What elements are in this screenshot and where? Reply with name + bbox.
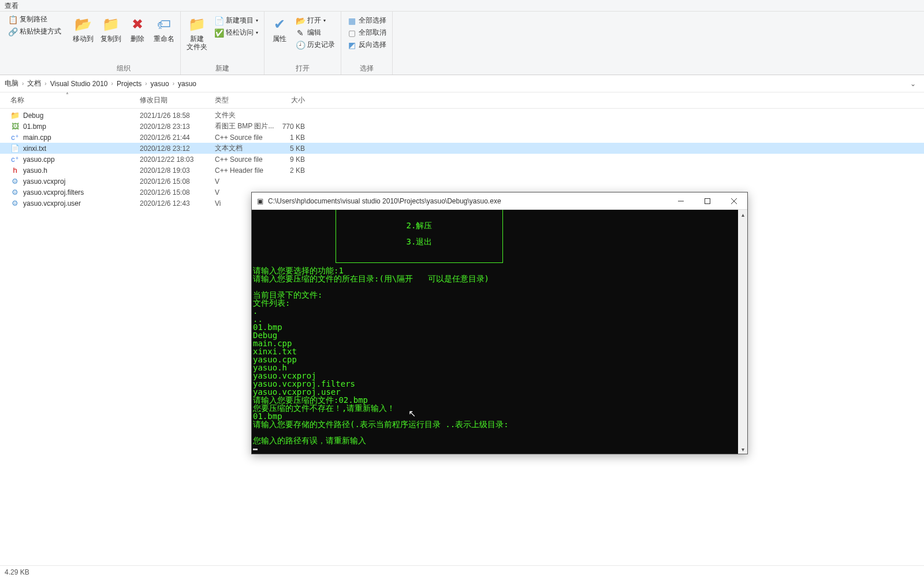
scroll-up-icon[interactable]: ▴ xyxy=(738,210,747,219)
file-date: 2020/12/8 19:03 xyxy=(140,166,215,175)
breadcrumb-item[interactable]: yasuo xyxy=(151,80,169,88)
paste-shortcut-button[interactable]: 🔗 粘贴快捷方式 xyxy=(6,26,64,37)
breadcrumb-item[interactable]: Visual Studio 2010 xyxy=(50,80,108,88)
breadcrumb-item[interactable]: yasuo xyxy=(178,80,196,88)
properties-icon: ✔ xyxy=(270,15,289,34)
console-content: 2.解压 3.退出 请输入您要选择的功能:1 请输入您要压缩的文件的所在目录:(… xyxy=(252,210,738,454)
file-type: V xyxy=(215,177,275,186)
file-name: yasuo.h xyxy=(23,166,47,175)
breadcrumb-sep-icon: › xyxy=(44,80,46,87)
file-size: 2 KB xyxy=(275,166,310,175)
ribbon-group-organize-label: 组织 xyxy=(70,62,177,73)
breadcrumb-item[interactable]: 文档 xyxy=(27,79,41,88)
file-type: C++ Source file xyxy=(215,155,275,164)
file-icon: 📄 xyxy=(10,144,20,153)
history-button[interactable]: 🕘 历史记录 xyxy=(293,39,337,50)
breadcrumb-item[interactable]: 电脑 xyxy=(5,79,18,88)
rename-label: 重命名 xyxy=(154,35,174,43)
file-size: 770 KB xyxy=(275,123,310,131)
file-icon: ⚙ xyxy=(10,177,20,186)
move-to-button[interactable]: 📂 移动到 xyxy=(70,14,96,44)
file-date: 2020/12/22 18:03 xyxy=(140,155,215,164)
svg-rect-1 xyxy=(705,198,710,203)
open-button[interactable]: 📂 打开 ▾ xyxy=(293,15,337,26)
file-size: 5 KB xyxy=(275,144,310,153)
column-date[interactable]: 修改日期 xyxy=(140,95,215,105)
invert-selection-button[interactable]: ◩ 反向选择 xyxy=(345,39,389,50)
console-body[interactable]: 2.解压 3.退出 请输入您要选择的功能:1 请输入您要压缩的文件的所在目录:(… xyxy=(252,210,747,454)
console-app-icon: ▣ xyxy=(255,197,264,206)
column-headers[interactable]: 名称 ˄ 修改日期 类型 大小 xyxy=(0,92,924,109)
select-none-button[interactable]: ▢ 全部取消 xyxy=(345,27,389,38)
file-icon: ⚙ xyxy=(10,188,20,197)
delete-label: 删除 xyxy=(131,35,144,43)
copy-to-label: 复制到 xyxy=(100,35,121,43)
easy-access-label: 轻松访问 xyxy=(226,28,254,38)
file-row[interactable]: c⁺yasuo.cpp2020/12/22 18:03C++ Source fi… xyxy=(0,154,924,165)
easy-access-icon: ✅ xyxy=(214,28,223,38)
new-item-label: 新建项目 xyxy=(226,16,254,25)
column-size[interactable]: 大小 xyxy=(275,95,310,105)
new-item-button[interactable]: 📄 新建项目 ▾ xyxy=(212,15,260,26)
close-button[interactable] xyxy=(721,192,747,210)
ribbon-group-select-label: 选择 xyxy=(345,62,389,73)
paste-shortcut-icon: 🔗 xyxy=(8,27,17,36)
rename-button[interactable]: 🏷 重命名 xyxy=(151,14,177,44)
close-icon xyxy=(731,198,737,204)
file-icon: 📁 xyxy=(10,111,20,120)
ribbon-group-organize: 📂 移动到 📁 复制到 ✖ 删除 🏷 重命名 组织 xyxy=(67,12,181,75)
file-row[interactable]: ⚙yasuo.vcxproj2020/12/6 15:08V xyxy=(0,176,924,187)
column-name[interactable]: 名称 ˄ xyxy=(10,95,140,105)
new-folder-icon: 📁 xyxy=(188,15,206,34)
minimize-icon xyxy=(678,198,684,204)
file-icon: c⁺ xyxy=(10,155,20,164)
properties-button[interactable]: ✔ 属性 xyxy=(268,14,291,44)
console-titlebar[interactable]: ▣ C:\Users\hp\documents\visual studio 20… xyxy=(252,192,747,210)
chevron-down-icon[interactable]: ⌄ xyxy=(910,80,916,88)
file-size: 1 KB xyxy=(275,134,310,142)
file-row[interactable]: hyasuo.h2020/12/8 19:03C++ Header file2 … xyxy=(0,165,924,176)
new-folder-label: 新建 文件夹 xyxy=(187,35,207,51)
console-window[interactable]: ▣ C:\Users\hp\documents\visual studio 20… xyxy=(251,192,748,454)
file-row[interactable]: 📄xinxi.txt2020/12/8 23:12文本文档5 KB xyxy=(0,143,924,154)
breadcrumb-item[interactable]: Projects xyxy=(117,80,141,88)
history-icon: 🕘 xyxy=(296,40,305,50)
new-item-icon: 📄 xyxy=(214,16,223,25)
status-size: 4.29 KB xyxy=(5,568,29,576)
delete-icon: ✖ xyxy=(128,15,147,34)
file-icon: ⚙ xyxy=(10,199,20,208)
ribbon-group-select: ▦ 全部选择 ▢ 全部取消 ◩ 反向选择 选择 xyxy=(341,12,393,75)
easy-access-button[interactable]: ✅ 轻松访问 ▾ xyxy=(212,27,260,38)
move-to-label: 移动到 xyxy=(73,35,94,43)
file-date: 2020/12/8 23:12 xyxy=(140,144,215,153)
maximize-button[interactable] xyxy=(694,192,721,210)
column-type[interactable]: 类型 xyxy=(215,95,275,105)
move-to-icon: 📂 xyxy=(74,15,92,34)
copy-path-button[interactable]: 📋 复制路径 xyxy=(6,14,50,25)
breadcrumb-sep-icon: › xyxy=(173,80,174,87)
ribbon-group-new-label: 新建 xyxy=(184,62,260,73)
console-menu-box: 2.解压 3.退出 xyxy=(336,210,503,263)
select-none-label: 全部取消 xyxy=(359,28,386,38)
file-row[interactable]: 🖼01.bmp2020/12/8 23:13看图王 BMP 图片...770 K… xyxy=(0,121,924,132)
file-icon: c⁺ xyxy=(10,133,20,142)
new-folder-button[interactable]: 📁 新建 文件夹 xyxy=(184,14,210,53)
file-row[interactable]: c⁺main.cpp2020/12/6 21:44C++ Source file… xyxy=(0,132,924,143)
file-name: yasuo.vcxproj.filters xyxy=(23,188,84,197)
scroll-down-icon[interactable]: ▾ xyxy=(738,444,747,454)
invert-label: 反向选择 xyxy=(359,40,386,50)
copy-to-icon: 📁 xyxy=(102,15,120,34)
minimize-button[interactable] xyxy=(668,192,694,210)
select-all-button[interactable]: ▦ 全部选择 xyxy=(345,15,389,26)
console-scrollbar[interactable]: ▴ ▾ xyxy=(738,210,747,454)
file-icon: h xyxy=(10,166,20,175)
file-type: 文件夹 xyxy=(215,110,275,120)
copy-to-button[interactable]: 📁 复制到 xyxy=(98,14,124,44)
breadcrumb[interactable]: 电脑 › 文档 › Visual Studio 2010 › Projects … xyxy=(0,75,924,92)
copy-path-icon: 📋 xyxy=(8,15,17,24)
delete-button[interactable]: ✖ 删除 xyxy=(126,14,149,44)
file-row[interactable]: 📁Debug2021/1/26 18:58文件夹 xyxy=(0,110,924,121)
invert-selection-icon: ◩ xyxy=(347,40,356,50)
ribbon-group-new: 📁 新建 文件夹 📄 新建项目 ▾ ✅ 轻松访问 ▾ 新建 xyxy=(181,12,264,75)
edit-button[interactable]: ✎ 编辑 xyxy=(293,27,337,38)
